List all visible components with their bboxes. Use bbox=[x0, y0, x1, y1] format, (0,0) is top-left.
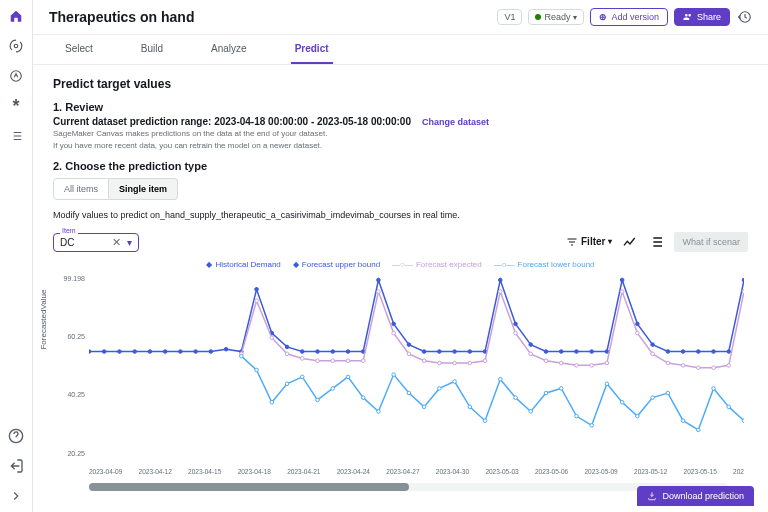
svg-point-82 bbox=[255, 368, 259, 372]
svg-point-58 bbox=[407, 352, 411, 356]
share-button[interactable]: Share bbox=[674, 8, 730, 26]
svg-point-63 bbox=[483, 359, 487, 363]
svg-point-51 bbox=[300, 356, 304, 360]
svg-point-50 bbox=[285, 352, 289, 356]
help-icon[interactable] bbox=[8, 428, 24, 444]
svg-point-14 bbox=[255, 287, 259, 291]
status-badge[interactable]: Ready▾ bbox=[528, 9, 584, 25]
svg-point-9 bbox=[179, 350, 183, 354]
tab-analyze[interactable]: Analyze bbox=[207, 35, 251, 64]
svg-point-98 bbox=[498, 377, 502, 381]
expand-rail-icon[interactable] bbox=[8, 488, 24, 504]
svg-point-37 bbox=[605, 350, 609, 354]
svg-point-62 bbox=[468, 361, 472, 365]
svg-point-92 bbox=[407, 391, 411, 395]
svg-point-86 bbox=[316, 398, 320, 402]
svg-point-31 bbox=[514, 322, 518, 326]
svg-point-79 bbox=[727, 363, 731, 367]
svg-point-104 bbox=[590, 423, 594, 427]
svg-point-1 bbox=[11, 71, 22, 82]
svg-point-35 bbox=[575, 350, 579, 354]
svg-point-52 bbox=[316, 359, 320, 363]
list-view-icon[interactable] bbox=[648, 234, 664, 250]
svg-point-27 bbox=[453, 350, 457, 354]
list-icon[interactable] bbox=[8, 128, 24, 144]
clear-item-icon[interactable]: ✕ bbox=[112, 236, 121, 249]
logout-icon[interactable] bbox=[8, 458, 24, 474]
svg-point-68 bbox=[559, 361, 563, 365]
tab-bar: Select Build Analyze Predict bbox=[33, 35, 768, 65]
tab-predict[interactable]: Predict bbox=[291, 35, 333, 64]
svg-point-44 bbox=[712, 350, 716, 354]
history-icon[interactable] bbox=[738, 10, 752, 24]
svg-point-89 bbox=[361, 396, 365, 400]
svg-point-112 bbox=[712, 386, 716, 390]
asterisk-icon[interactable]: * bbox=[8, 98, 24, 114]
svg-point-107 bbox=[636, 414, 640, 418]
dataset-icon[interactable] bbox=[8, 38, 24, 54]
svg-point-64 bbox=[498, 290, 502, 294]
help-text-1: SageMaker Canvas makes predictions on th… bbox=[53, 129, 748, 139]
line-chart-icon[interactable] bbox=[622, 234, 638, 250]
svg-point-108 bbox=[651, 396, 655, 400]
dropdown-icon[interactable]: ▾ bbox=[127, 237, 132, 248]
model-icon[interactable] bbox=[8, 68, 24, 84]
svg-point-103 bbox=[575, 414, 579, 418]
svg-point-91 bbox=[392, 373, 396, 377]
svg-point-69 bbox=[575, 363, 579, 367]
svg-point-61 bbox=[453, 361, 457, 365]
single-item-button[interactable]: Single item bbox=[109, 178, 178, 200]
svg-point-74 bbox=[651, 352, 655, 356]
all-items-button[interactable]: All items bbox=[53, 178, 109, 200]
svg-point-111 bbox=[697, 428, 701, 432]
svg-point-83 bbox=[270, 400, 274, 404]
svg-point-71 bbox=[605, 361, 609, 365]
svg-point-28 bbox=[468, 350, 472, 354]
svg-point-77 bbox=[697, 366, 701, 370]
svg-point-65 bbox=[514, 331, 518, 335]
filter-button[interactable]: Filter ▾ bbox=[566, 236, 612, 248]
tab-select[interactable]: Select bbox=[61, 35, 97, 64]
svg-point-94 bbox=[438, 386, 442, 390]
chart-legend: ◆Historical Demand ◆Forecast upper bound… bbox=[53, 260, 748, 269]
svg-point-60 bbox=[438, 361, 442, 365]
svg-point-70 bbox=[590, 363, 594, 367]
svg-point-5 bbox=[118, 350, 122, 354]
add-version-button[interactable]: ⊕Add version bbox=[590, 8, 668, 26]
svg-point-41 bbox=[666, 350, 670, 354]
version-selector[interactable]: V1 bbox=[497, 9, 522, 25]
svg-point-11 bbox=[209, 350, 213, 354]
download-prediction-button[interactable]: Download prediction bbox=[637, 486, 754, 506]
svg-point-36 bbox=[590, 350, 594, 354]
change-dataset-link[interactable]: Change dataset bbox=[422, 117, 489, 127]
item-value: DC bbox=[60, 237, 74, 248]
home-icon[interactable] bbox=[8, 8, 24, 24]
left-nav-rail: * bbox=[0, 0, 33, 512]
svg-point-10 bbox=[194, 350, 198, 354]
svg-point-110 bbox=[681, 419, 685, 423]
prediction-type-toggle: All items Single item bbox=[53, 178, 748, 200]
page-title: Therapeutics on hand bbox=[49, 9, 491, 25]
tab-build[interactable]: Build bbox=[137, 35, 167, 64]
svg-point-18 bbox=[316, 350, 320, 354]
svg-point-76 bbox=[681, 363, 685, 367]
svg-point-57 bbox=[392, 331, 396, 335]
svg-point-25 bbox=[422, 350, 426, 354]
item-select[interactable]: Item DC ✕ ▾ bbox=[53, 233, 139, 252]
chart-scrollbar[interactable] bbox=[89, 483, 728, 491]
svg-point-6 bbox=[133, 350, 137, 354]
svg-point-90 bbox=[377, 409, 381, 413]
y-axis-label: ForecastedValue bbox=[39, 289, 48, 349]
svg-point-12 bbox=[224, 347, 228, 351]
svg-point-95 bbox=[453, 379, 457, 383]
svg-point-101 bbox=[544, 391, 548, 395]
svg-point-80 bbox=[742, 290, 744, 294]
svg-point-114 bbox=[742, 419, 744, 423]
svg-point-32 bbox=[529, 343, 533, 347]
svg-point-113 bbox=[727, 405, 731, 409]
svg-point-66 bbox=[529, 352, 533, 356]
svg-point-26 bbox=[438, 350, 442, 354]
svg-point-84 bbox=[285, 382, 289, 386]
svg-point-109 bbox=[666, 391, 670, 395]
svg-point-40 bbox=[651, 343, 655, 347]
